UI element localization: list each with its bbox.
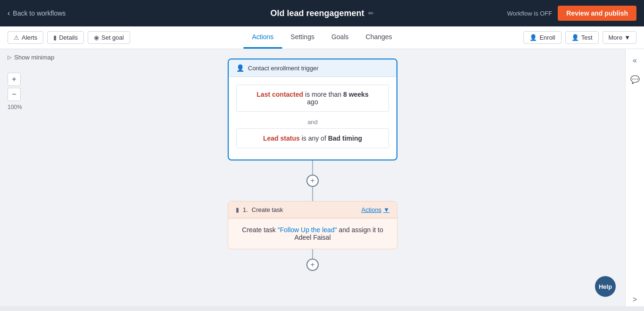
enroll-button[interactable]: 👤 Enroll — [523, 31, 561, 44]
bottom-connector: + — [306, 249, 319, 271]
action-actions-button[interactable]: Actions ▼ — [361, 206, 389, 213]
action-body: Create task "Follow Up the lead" and ass… — [228, 219, 397, 249]
alerts-label: Alerts — [22, 34, 37, 41]
tab-settings[interactable]: Settings — [282, 26, 323, 49]
back-label: Back to workflows — [13, 9, 66, 17]
more-button[interactable]: More ▼ — [603, 31, 637, 44]
test-button[interactable]: 👤 Test — [565, 31, 599, 44]
workflow-status: Workflow is OFF — [507, 10, 552, 17]
connector-line-top — [312, 160, 313, 175]
alert-icon: ⚠ — [14, 34, 19, 41]
right-panel: « 💬 > — [625, 49, 644, 311]
test-icon: 👤 — [571, 34, 579, 41]
test-label: Test — [581, 34, 593, 41]
action-card-1: ▮ 1. Create task Actions ▼ Create task "… — [228, 201, 397, 249]
contact-icon: 👤 — [236, 64, 244, 72]
condition-lead-status: Lead status is any of Bad timing — [236, 128, 389, 148]
add-step-button-2[interactable]: + — [306, 259, 319, 271]
chevron-down-icon: ▼ — [624, 34, 630, 41]
workflow-title: Old lead reengagement — [270, 8, 364, 18]
set-goal-button[interactable]: ◉ Set goal — [88, 31, 130, 44]
trigger-header-label: Contact enrollment trigger — [248, 65, 319, 72]
canvas-area: ▷ Show minimap + − 100% 👤 Contact enroll… — [0, 49, 644, 311]
back-to-workflows[interactable]: ‹ Back to workflows — [8, 9, 66, 17]
action-step-number: 1. — [243, 206, 248, 213]
task-icon: ▮ — [236, 206, 239, 213]
secondbar: ⚠ Alerts ▮ Details ◉ Set goal Actions Se… — [0, 26, 644, 49]
tab-actions[interactable]: Actions — [243, 26, 282, 49]
trigger-body: Last contacted is more than 8 weeksago a… — [229, 77, 396, 160]
more-label: More — [609, 34, 623, 41]
goal-icon: ◉ — [94, 34, 99, 41]
actions-chevron-icon: ▼ — [383, 206, 389, 213]
expand-panel-icon[interactable]: > — [627, 292, 643, 307]
tab-goals[interactable]: Goals — [323, 26, 357, 49]
workflow-title-section: Old lead reengagement ✏ — [270, 8, 373, 18]
set-goal-label: Set goal — [101, 34, 124, 41]
trigger-header: 👤 Contact enrollment trigger — [229, 59, 396, 77]
enrollment-trigger-card: 👤 Contact enrollment trigger Last contac… — [228, 59, 397, 160]
comment-icon[interactable]: 💬 — [627, 72, 643, 87]
details-label: Details — [59, 34, 78, 41]
details-button[interactable]: ▮ Details — [47, 31, 84, 44]
secondbar-right: 👤 Enroll 👤 Test More ▼ — [523, 31, 636, 44]
action-step-label: Create task — [252, 206, 283, 213]
connector-1: + — [306, 160, 319, 201]
condition-last-contacted: Last contacted is more than 8 weeksago — [236, 84, 389, 112]
topbar: ‹ Back to workflows Old lead reengagemen… — [0, 0, 644, 26]
enroll-label: Enroll — [539, 34, 555, 41]
actions-label: Actions — [361, 206, 381, 213]
action-header-left: ▮ 1. Create task — [236, 206, 283, 213]
alerts-button[interactable]: ⚠ Alerts — [8, 31, 43, 44]
topbar-right: Workflow is OFF Review and publish — [507, 6, 636, 21]
action-header: ▮ 1. Create task Actions ▼ — [228, 202, 397, 219]
secondbar-left-actions: ⚠ Alerts ▮ Details ◉ Set goal — [8, 31, 130, 44]
horizontal-scrollbar[interactable] — [0, 306, 644, 311]
add-step-button-1[interactable]: + — [306, 175, 319, 187]
collapse-panel-icon[interactable]: « — [627, 53, 643, 68]
connector-line-bottom — [312, 187, 313, 201]
workflow-content: 👤 Contact enrollment trigger Last contac… — [0, 49, 625, 311]
tab-changes[interactable]: Changes — [357, 26, 401, 49]
bar-chart-icon: ▮ — [53, 34, 57, 41]
bottom-line — [312, 249, 313, 259]
secondbar-tabs: Actions Settings Goals Changes — [243, 26, 400, 49]
edit-icon[interactable]: ✏ — [368, 9, 374, 17]
and-divider: and — [236, 116, 389, 128]
review-publish-button[interactable]: Review and publish — [558, 6, 636, 21]
back-arrow-icon: ‹ — [8, 9, 10, 17]
enroll-icon: 👤 — [529, 34, 537, 41]
workflow-canvas[interactable]: 👤 Contact enrollment trigger Last contac… — [0, 49, 625, 311]
help-button[interactable]: Help — [595, 276, 616, 297]
